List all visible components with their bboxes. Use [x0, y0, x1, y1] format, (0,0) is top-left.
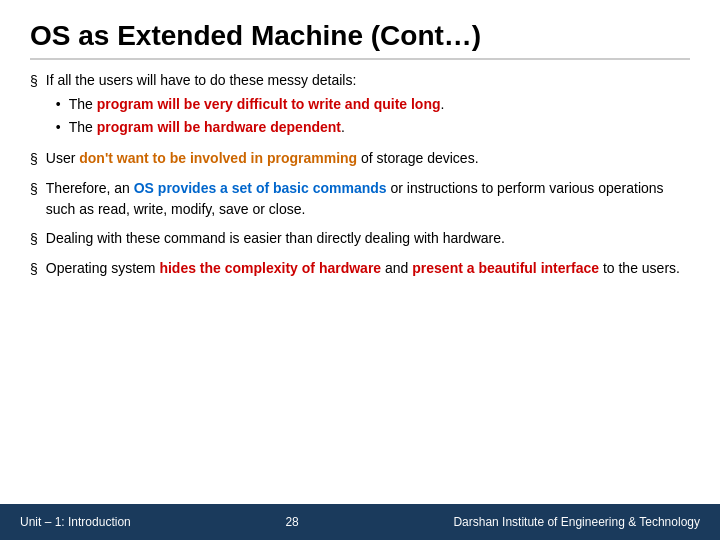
- sub-text: The program will be hardware dependent.: [69, 117, 345, 138]
- slide-container: OS as Extended Machine (Cont…) § If all …: [0, 0, 720, 540]
- bullet-list: § If all the users will have to do these…: [30, 70, 690, 280]
- list-item: § Operating system hides the complexity …: [30, 258, 690, 280]
- bullet-symbol: §: [30, 71, 38, 92]
- bullet-text: Dealing with these command is easier tha…: [46, 228, 690, 249]
- list-item: § If all the users will have to do these…: [30, 70, 690, 140]
- bullet-symbol: §: [30, 149, 38, 170]
- bullet-symbol: §: [30, 179, 38, 200]
- footer-center: 28: [285, 515, 298, 529]
- bullet-symbol: §: [30, 229, 38, 250]
- highlight: present a beautiful interface: [412, 260, 599, 276]
- list-item: § Therefore, an OS provides a set of bas…: [30, 178, 690, 220]
- footer-right: Darshan Institute of Engineering & Techn…: [453, 515, 700, 529]
- highlight: OS provides a set of basic commands: [134, 180, 387, 196]
- footer-left: Unit – 1: Introduction: [20, 515, 131, 529]
- sub-list-item: • The program will be very difficult to …: [56, 94, 690, 115]
- text-content: If all the users will have to do these m…: [46, 72, 356, 88]
- sub-text: The program will be very difficult to wr…: [69, 94, 445, 115]
- highlight: don't want to be involved in programming: [79, 150, 357, 166]
- bullet-text: Operating system hides the complexity of…: [46, 258, 690, 279]
- list-item: § Dealing with these command is easier t…: [30, 228, 690, 250]
- highlight: hides the complexity of hardware: [159, 260, 381, 276]
- sub-list: • The program will be very difficult to …: [56, 94, 690, 138]
- bullet-text: If all the users will have to do these m…: [46, 70, 690, 140]
- slide-title: OS as Extended Machine (Cont…): [30, 20, 690, 60]
- highlight: program will be very difficult to write …: [97, 96, 441, 112]
- bullet-text: User don't want to be involved in progra…: [46, 148, 690, 169]
- highlight: program will be hardware dependent: [97, 119, 341, 135]
- footer: Unit – 1: Introduction 28 Darshan Instit…: [0, 504, 720, 540]
- list-item: § User don't want to be involved in prog…: [30, 148, 690, 170]
- sub-bullet: •: [56, 117, 61, 138]
- bullet-symbol: §: [30, 259, 38, 280]
- sub-list-item: • The program will be hardware dependent…: [56, 117, 690, 138]
- slide-content: OS as Extended Machine (Cont…) § If all …: [0, 0, 720, 504]
- sub-bullet: •: [56, 94, 61, 115]
- bullet-text: Therefore, an OS provides a set of basic…: [46, 178, 690, 220]
